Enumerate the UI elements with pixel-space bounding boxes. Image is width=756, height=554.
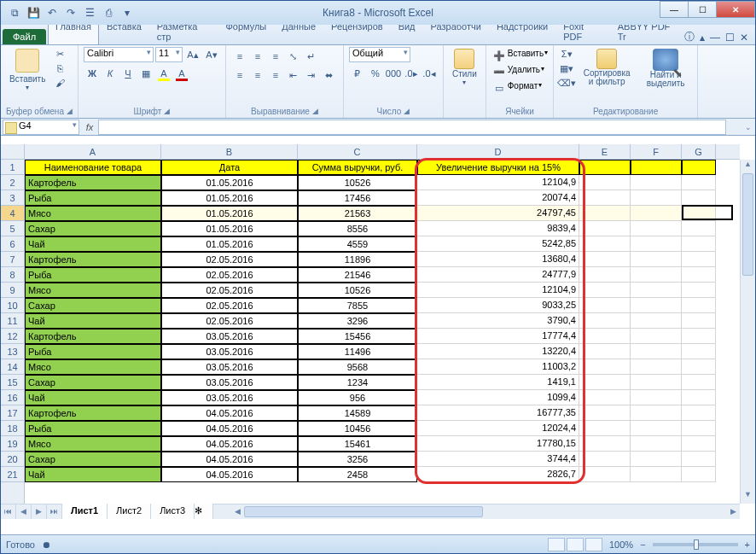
sheet-tab[interactable]: Лист2	[108, 504, 151, 519]
dialog-launcher-icon[interactable]: ◢	[404, 107, 410, 116]
sort-filter-button[interactable]: Сортировка и фильтр	[578, 47, 636, 88]
cell[interactable]: 2826,7	[417, 467, 579, 482]
copy-icon[interactable]: ⎘	[52, 61, 67, 75]
cell[interactable]	[631, 467, 682, 482]
row-header[interactable]: 17	[1, 405, 24, 421]
column-header[interactable]: B	[161, 144, 298, 159]
cell[interactable]: Картофель	[25, 405, 161, 421]
formula-expand-icon[interactable]: ⌄	[741, 123, 755, 131]
find-select-button[interactable]: Найти и выделить	[639, 47, 692, 90]
increase-indent-icon[interactable]: ⇥	[303, 67, 320, 83]
cell[interactable]: Чай	[25, 467, 161, 482]
row-header[interactable]: 5	[1, 221, 24, 236]
cell[interactable]	[631, 405, 682, 421]
comma-icon[interactable]: 000	[385, 66, 402, 81]
cell[interactable]: 17780,15	[417, 436, 579, 452]
qat-btn[interactable]: ⎙	[100, 4, 117, 21]
cell[interactable]	[682, 344, 716, 359]
cell[interactable]: 01.05.2016	[161, 175, 298, 190]
row-header[interactable]: 15	[1, 375, 24, 390]
cell[interactable]: 16777,35	[417, 405, 579, 421]
cell[interactable]: Картофель	[25, 252, 161, 267]
cell[interactable]: Рыба	[25, 344, 161, 359]
cell[interactable]: 01.05.2016	[161, 206, 298, 221]
cell[interactable]	[579, 160, 631, 175]
cell[interactable]: 01.05.2016	[161, 190, 298, 206]
cell[interactable]: 12024,4	[417, 421, 579, 436]
cell[interactable]	[631, 298, 682, 313]
sheet-nav-first-icon[interactable]: ⏮	[1, 504, 16, 519]
sheet-nav-next-icon[interactable]: ▶	[32, 504, 47, 519]
row-header[interactable]: 16	[1, 390, 24, 405]
bold-button[interactable]: Ж	[84, 66, 101, 81]
scroll-down-icon[interactable]: ▼	[741, 490, 755, 504]
column-header[interactable]: F	[631, 144, 682, 159]
format-button[interactable]: ▭Формат▾	[491, 81, 543, 95]
cell[interactable]: 11896	[298, 252, 417, 267]
merge-icon[interactable]: ⬌	[321, 67, 338, 83]
cell[interactable]: Мясо	[25, 359, 161, 375]
excel-icon[interactable]: ⧉	[6, 4, 23, 21]
cell[interactable]: Мясо	[25, 206, 161, 221]
scroll-thumb[interactable]	[244, 506, 483, 517]
cell[interactable]	[682, 175, 716, 190]
cell[interactable]: 17456	[298, 190, 417, 206]
name-box[interactable]: G4▾	[3, 120, 79, 135]
cell[interactable]: 04.05.2016	[161, 421, 298, 436]
row-header[interactable]: 9	[1, 283, 24, 298]
row-header[interactable]: 18	[1, 421, 24, 436]
doc-minimize-icon[interactable]: —	[710, 32, 720, 44]
scroll-thumb[interactable]	[742, 173, 753, 276]
cell[interactable]: 8556	[298, 221, 417, 236]
cell[interactable]	[682, 436, 716, 452]
row-header[interactable]: 3	[1, 190, 24, 206]
column-header[interactable]: A	[25, 144, 161, 159]
row-header[interactable]: 13	[1, 344, 24, 359]
align-middle-icon[interactable]: ≡	[249, 49, 266, 64]
doc-restore-icon[interactable]: ☐	[725, 32, 735, 44]
tab-file[interactable]: Файл	[3, 29, 46, 44]
cell[interactable]	[631, 190, 682, 206]
cell[interactable]: 11003,2	[417, 359, 579, 375]
cell[interactable]	[579, 436, 631, 452]
sheet-nav-prev-icon[interactable]: ◀	[16, 504, 32, 519]
undo-icon[interactable]: ↶	[44, 4, 61, 21]
cell[interactable]	[579, 252, 631, 267]
cell[interactable]	[579, 267, 631, 283]
cell[interactable]	[682, 313, 716, 329]
cell[interactable]: 04.05.2016	[161, 452, 298, 467]
cell[interactable]	[631, 236, 682, 252]
close-button[interactable]: ✕	[716, 1, 755, 18]
row-header[interactable]: 2	[1, 175, 24, 190]
view-pagebreak-icon[interactable]	[585, 538, 602, 551]
cell[interactable]: Сахар	[25, 375, 161, 390]
cell[interactable]: 2458	[298, 467, 417, 482]
cell[interactable]: 13680,4	[417, 252, 579, 267]
cell[interactable]: 04.05.2016	[161, 467, 298, 482]
cell[interactable]: 9568	[298, 359, 417, 375]
cell[interactable]	[579, 236, 631, 252]
scroll-up-icon[interactable]: ▲	[741, 160, 755, 173]
autosum-icon[interactable]: Σ▾	[559, 47, 574, 61]
cell[interactable]: 13220,4	[417, 344, 579, 359]
cell[interactable]	[682, 375, 716, 390]
cell[interactable]: 02.05.2016	[161, 283, 298, 298]
row-header[interactable]: 12	[1, 329, 24, 344]
zoom-out-icon[interactable]: −	[640, 539, 645, 550]
cell[interactable]	[579, 375, 631, 390]
cell[interactable]	[579, 190, 631, 206]
cell[interactable]	[631, 252, 682, 267]
shrink-font-icon[interactable]: A▾	[203, 47, 220, 62]
zoom-slider[interactable]	[653, 543, 738, 546]
row-header[interactable]: 19	[1, 436, 24, 452]
cell[interactable]: 3744,4	[417, 452, 579, 467]
cell[interactable]: 14589	[298, 405, 417, 421]
cell[interactable]: 03.05.2016	[161, 375, 298, 390]
cell[interactable]: 03.05.2016	[161, 329, 298, 344]
row-header[interactable]: 14	[1, 359, 24, 375]
cell[interactable]: 02.05.2016	[161, 298, 298, 313]
cell[interactable]: 10526	[298, 283, 417, 298]
cell[interactable]: 21563	[298, 206, 417, 221]
cell[interactable]	[631, 375, 682, 390]
column-header[interactable]: C	[298, 144, 417, 159]
